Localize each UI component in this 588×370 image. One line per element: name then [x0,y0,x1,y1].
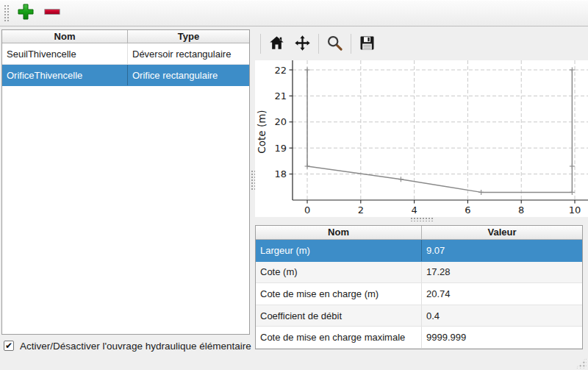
property-name: Cote de mise en charge maximale [256,327,422,348]
properties-header-nom: Nom [256,226,422,239]
plot-zoom-button[interactable] [325,32,345,56]
property-value: 0.4 [422,305,582,327]
structures-table: Nom Type SeuilThivencelle Déversoir rect… [1,29,250,335]
enable-structure-checkbox-row[interactable]: ✔ Activer/Désactiver l'ouvrage hydrauliq… [4,339,251,352]
svg-text:Cote (m): Cote (m) [256,110,268,153]
svg-text:18: 18 [274,168,287,179]
toolbar-separator [318,34,319,54]
horizontal-splitter-handle[interactable] [410,217,434,221]
property-value: 20.74 [422,283,582,305]
main-toolbar [0,0,588,26]
profile-chart[interactable]: 02468101819202122Cote (m) [255,60,588,217]
properties-header-valeur: Valeur [422,226,582,239]
property-row-coefficient-debit[interactable]: Coefficient de débit 0.4 [256,305,582,327]
svg-text:20: 20 [274,116,287,127]
property-value: 9.07 [422,240,582,261]
property-row-cote-maximale[interactable]: Cote de mise en charge maximale 9999.999 [256,327,582,349]
structure-type: Orifice rectangulaire [128,65,249,85]
structure-type: Déversoir rectangulaire [128,43,249,64]
property-row-cote[interactable]: Cote (m) 17.28 [256,262,582,284]
remove-structure-button[interactable] [41,2,63,24]
structures-header-nom: Nom [2,30,128,43]
properties-table-header: Nom Valeur [256,226,582,240]
plus-icon [18,4,34,22]
svg-text:6: 6 [465,204,470,216]
property-value: 9999.999 [422,327,582,348]
svg-text:8: 8 [518,204,524,216]
zoom-icon [326,35,343,54]
plot-toolbar [255,27,588,60]
minus-icon [44,4,60,22]
property-name: Coefficient de débit [256,305,422,327]
property-row-cote-mise-en-charge[interactable]: Cote de mise en charge (m) 20.74 [256,283,582,305]
enable-structure-checkbox[interactable]: ✔ [4,341,14,351]
structure-name: SeuilThivencelle [2,43,128,64]
structures-row-orificethivencelle[interactable]: OrificeThivencelle Orifice rectangulaire [2,65,249,86]
property-name: Cote (m) [256,262,422,283]
property-name: Cote de mise en charge (m) [256,283,422,305]
svg-text:0: 0 [304,204,310,216]
toolbar-drag-handle[interactable] [3,4,9,23]
structures-header-type: Type [128,30,249,43]
save-icon [359,35,376,54]
property-row-largeur[interactable]: Largeur (m) 9.07 [256,240,582,262]
plot-home-button[interactable] [267,32,287,56]
toolbar-separator [260,34,261,54]
structures-table-header: Nom Type [2,30,249,43]
property-value: 17.28 [422,262,582,283]
properties-table: Nom Valeur Largeur (m) 9.07 Cote (m) 17.… [255,225,583,349]
plot-canvas[interactable]: 02468101819202122Cote (m) [255,60,588,217]
property-name: Largeur (m) [256,240,422,261]
toolbar-separator [351,34,351,54]
add-structure-button[interactable] [15,2,37,24]
window-resize-grip[interactable] [576,357,587,369]
svg-text:22: 22 [274,65,287,76]
svg-text:2: 2 [358,204,364,216]
structures-row-seuilthivencelle[interactable]: SeuilThivencelle Déversoir rectangulaire [2,43,249,65]
structure-name: OrificeThivencelle [2,65,128,85]
pan-icon [294,35,311,54]
svg-text:21: 21 [274,90,287,102]
svg-text:10: 10 [569,204,581,216]
application-window: Nom Type SeuilThivencelle Déversoir rect… [0,0,588,370]
plot-save-button[interactable] [357,32,377,56]
svg-text:4: 4 [411,204,417,216]
enable-structure-checkbox-label: Activer/Désactiver l'ouvrage hydraulique… [20,341,251,352]
svg-text:19: 19 [274,143,287,154]
plot-pan-button[interactable] [293,32,312,56]
home-icon [268,35,285,54]
